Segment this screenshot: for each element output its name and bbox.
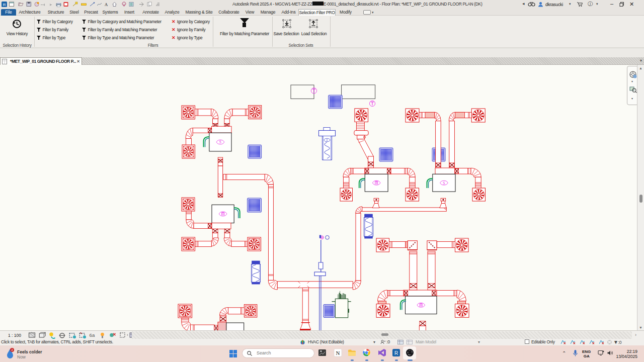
svg-text:2: 2: [11, 348, 13, 351]
svg-text:R: R: [3, 2, 6, 7]
svg-text:6a: 6a: [90, 332, 95, 338]
svg-text:S: S: [219, 140, 221, 144]
svg-text:A: A: [105, 2, 108, 7]
svg-text:R: R: [394, 350, 398, 356]
svg-text:N: N: [336, 350, 340, 356]
svg-text:S: S: [443, 181, 445, 186]
